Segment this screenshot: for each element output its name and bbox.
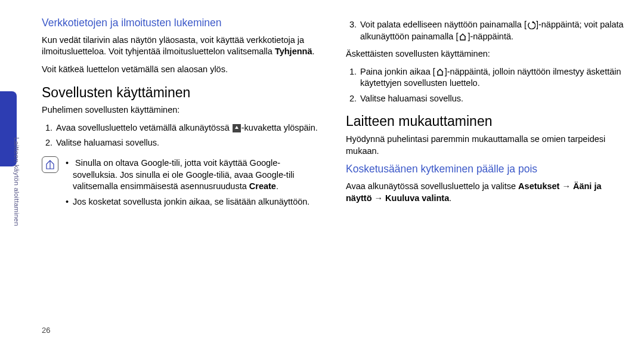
text: Avaa alkunäytössä sovellusluettelo ja va…	[346, 181, 518, 191]
list-item: Jos kosketat sovellusta jonkin aikaa, se…	[73, 196, 322, 208]
column-right: Voit palata edelliseen näyttöön painamal…	[346, 17, 626, 332]
list-item: Sinulla on oltava Google-tili, jotta voi…	[73, 157, 322, 193]
home-icon	[436, 68, 444, 76]
heading-network-notifications: Verkkotietojen ja ilmoitusten lukeminen	[42, 17, 322, 30]
home-icon	[459, 33, 467, 41]
page-content: Verkkotietojen ja ilmoitusten lukeminen …	[42, 17, 626, 332]
bold-create: Create	[249, 181, 276, 191]
bold-tyhjenna: Tyhjennä	[275, 47, 312, 56]
list-item: Valitse haluamasi sovellus.	[359, 93, 626, 105]
paragraph-customize-intro: Hyödynnä puhelintasi paremmin mukauttama…	[346, 134, 626, 157]
text: .	[276, 181, 278, 191]
list-open-apps: Avaa sovellusluettelo vetämällä alkunäyt…	[42, 122, 322, 149]
side-label: Laitteen käytön aloittaminen	[13, 137, 20, 226]
paragraph-recent-apps: Äskettäisten sovellusten käyttäminen:	[346, 48, 626, 60]
back-icon	[527, 21, 535, 29]
text: Voit palata edelliseen näyttöön painamal…	[360, 20, 527, 29]
note-icon	[42, 156, 58, 173]
paragraph-touch-sound-path: Avaa alkunäytössä sovellusluettelo ja va…	[346, 181, 626, 204]
list-item: Avaa sovellusluettelo vetämällä alkunäyt…	[55, 122, 322, 134]
text: Avaa sovellusluettelo vetämällä alkunäyt…	[56, 123, 232, 132]
heading-touch-sound: Kosketusäänen kytkeminen päälle ja pois	[346, 163, 626, 176]
list-item: Valitse haluamasi sovellus.	[55, 137, 322, 149]
list-item: Paina jonkin aikaa []-näppäintä, jolloin…	[359, 66, 626, 89]
note-list: Sinulla on oltava Google-tili, jotta voi…	[64, 157, 322, 211]
page-number: 26	[42, 326, 50, 335]
paragraph-notif-info: Kun vedät tilarivin alas näytön yläosast…	[42, 35, 322, 58]
list-recent-apps: Paina jonkin aikaa []-näppäintä, jolloin…	[346, 66, 626, 105]
text: Paina jonkin aikaa [	[360, 67, 435, 76]
list-item: Voit palata edelliseen näyttöön painamal…	[359, 19, 626, 42]
text: -kuvaketta ylöspäin.	[242, 123, 318, 132]
heading-customize-device: Laitteen mukauttaminen	[346, 113, 626, 130]
list-return-screens: Voit palata edelliseen näyttöön painamal…	[346, 19, 626, 42]
apps-icon	[233, 124, 241, 132]
text: .	[449, 193, 451, 203]
paragraph-hide-list: Voit kätkeä luettelon vetämällä sen alao…	[42, 64, 322, 76]
paragraph-using-phone-apps: Puhelimen sovellusten käyttäminen:	[42, 104, 322, 116]
text: Kun vedät tilarivin alas näytön yläosast…	[42, 35, 304, 57]
column-left: Verkkotietojen ja ilmoitusten lukeminen …	[42, 17, 322, 332]
text: .	[312, 47, 314, 56]
text: ]-näppäintä.	[467, 32, 513, 41]
note-block: Sinulla on oltava Google-tili, jotta voi…	[42, 155, 322, 214]
heading-using-apps: Sovellusten käyttäminen	[42, 84, 322, 101]
